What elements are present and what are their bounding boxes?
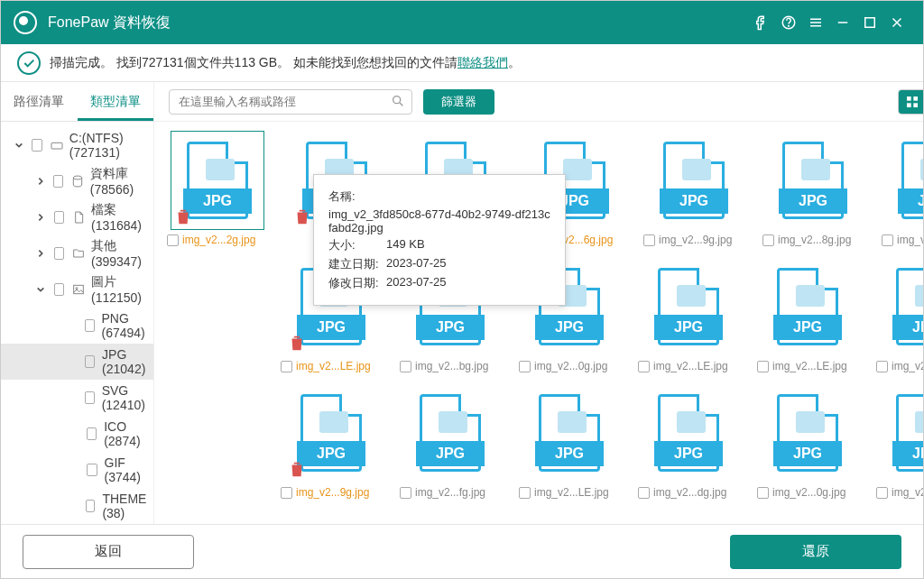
contact-link[interactable]: 聯絡我們 [457,55,508,71]
chevron-right-icon[interactable] [35,213,47,222]
back-button[interactable]: 返回 [23,535,194,569]
file-cell[interactable]: JPGimg_v2...LE.jpg [876,383,924,499]
file-cell[interactable]: JPGimg_v2...LE.jpg [519,383,620,499]
help-icon[interactable] [775,9,802,36]
status-found: 找到727131個文件共113 GB。 [116,55,290,71]
file-thumbnail[interactable]: JPG [880,257,924,356]
checkbox[interactable] [882,234,893,246]
checkbox[interactable] [400,487,411,499]
svg-rect-8 [907,96,911,101]
file-cell[interactable]: JPGimg_v2...dg.jpg [638,383,739,499]
tree-item[interactable]: JPG (21042) [1,344,153,380]
checkbox[interactable] [519,487,531,499]
checkbox[interactable] [54,247,64,260]
file-thumbnail[interactable]: JPG [647,131,741,230]
search-input[interactable] [169,89,412,115]
search-icon[interactable] [391,94,405,112]
file-thumbnail[interactable]: JPG [284,383,378,482]
file-thumbnail[interactable]: JPG [642,257,735,356]
close-button[interactable] [883,9,910,36]
file-name: img_v2...dg.jpg [638,486,739,499]
checkbox[interactable] [85,319,94,332]
checkbox[interactable] [400,361,411,372]
checkbox[interactable] [643,234,655,246]
facebook-icon[interactable] [748,9,775,36]
file-thumbnail[interactable]: JPG [761,257,855,356]
file-cell[interactable]: JPGimg_v2...8g.jpg [762,131,864,246]
tree-item[interactable]: 檔案 (131684) [1,199,153,235]
tree-item[interactable]: SVG (12410) [1,380,153,416]
maximize-button[interactable] [856,9,883,36]
tab-path-list[interactable]: 路徑清單 [1,82,78,121]
file-cell[interactable]: JPGimg_v2...fg.jpg [400,383,501,499]
tree-item[interactable]: PNG (67494) [1,308,153,344]
file-cell[interactable]: JPGimg_v2...7g.jpg [882,131,924,246]
checkbox[interactable] [757,487,769,499]
file-thumbnail[interactable]: JPG [880,383,924,482]
jpg-file-icon: JPG [663,142,725,219]
checkbox[interactable] [519,361,531,372]
trash-icon [287,458,307,480]
toolbar: 篩選器 [154,82,924,122]
sidebar: 路徑清單 類型清單 C:(NTFS) (727131)資料庫 (78566)檔案… [1,82,153,524]
tree-item[interactable]: 資料庫 (78566) [1,163,153,199]
checkbox[interactable] [757,361,769,372]
file-thumbnail[interactable]: JPG [171,131,264,230]
recover-button[interactable]: 還原 [730,535,901,569]
minimize-button[interactable] [829,9,856,36]
checkbox[interactable] [32,139,42,152]
checkbox[interactable] [167,234,179,246]
tree-item[interactable]: C:(NTFS) (727131) [1,127,153,163]
tree-item-label: 圖片 (112150) [91,274,153,305]
chevron-down-icon[interactable] [35,285,47,294]
tree-item-label: C:(NTFS) (727131) [69,131,153,160]
checkbox[interactable] [876,487,888,499]
checkbox[interactable] [876,361,888,372]
file-thumbnail[interactable]: JPG [761,383,855,482]
chevron-right-icon[interactable] [35,249,47,258]
file-cell[interactable]: JPGimg_v2...LE.jpg [757,257,858,372]
checkbox[interactable] [87,427,97,440]
checkbox[interactable] [54,283,64,296]
checkbox[interactable] [87,464,97,476]
checkbox[interactable] [638,361,650,372]
tree-item[interactable]: GIF (3744) [1,452,153,488]
file-name: img_v2...0g.jpg [519,360,620,372]
checkbox[interactable] [86,500,96,512]
jpg-file-icon: JPG [777,268,838,345]
file-thumbnail[interactable]: JPG [642,383,735,482]
checkbox[interactable] [53,175,63,188]
trash-icon [173,206,193,227]
chevron-down-icon[interactable] [14,141,24,150]
tree-item[interactable]: THEME (38) [1,488,153,524]
tree-item-label: PNG (67494) [102,311,153,340]
menu-icon[interactable] [802,9,829,36]
tree-item[interactable]: 圖片 (112150) [1,271,153,308]
checkbox[interactable] [85,391,94,404]
file-cell[interactable]: JPGimg_v2...2g.jpg [167,131,268,246]
file-thumbnail[interactable]: JPG [522,383,616,482]
filter-button[interactable]: 篩選器 [423,89,494,115]
checkbox[interactable] [638,487,650,499]
tree-item[interactable]: ICO (2874) [1,416,153,452]
file-thumbnail[interactable]: JPG [766,131,860,230]
view-grid-button[interactable] [899,90,924,114]
chevron-right-icon[interactable] [35,177,46,186]
checkbox[interactable] [281,487,292,499]
file-thumbnail[interactable]: JPG [403,383,497,482]
footer: 返回 還原 [1,524,923,578]
file-cell[interactable]: JPGimg_v2...0g.jpg [757,383,858,499]
file-cell[interactable]: JPGimg_v2...LE.jpg [638,257,739,372]
file-cell[interactable]: JPGimg_v2...0g.jpg [876,257,924,372]
file-cell[interactable]: JPGimg_v2...9g.jpg [281,383,382,499]
checkbox[interactable] [85,355,95,368]
svg-point-1 [789,25,790,26]
jpg-file-icon: JPG [896,394,924,472]
checkbox[interactable] [54,211,64,224]
file-thumbnail[interactable]: JPG [885,131,924,230]
tree-item[interactable]: 其他 (399347) [1,235,153,271]
tab-type-list[interactable]: 類型清單 [78,82,154,121]
checkbox[interactable] [281,361,292,372]
file-cell[interactable]: JPGimg_v2...9g.jpg [643,131,744,246]
checkbox[interactable] [762,234,774,246]
